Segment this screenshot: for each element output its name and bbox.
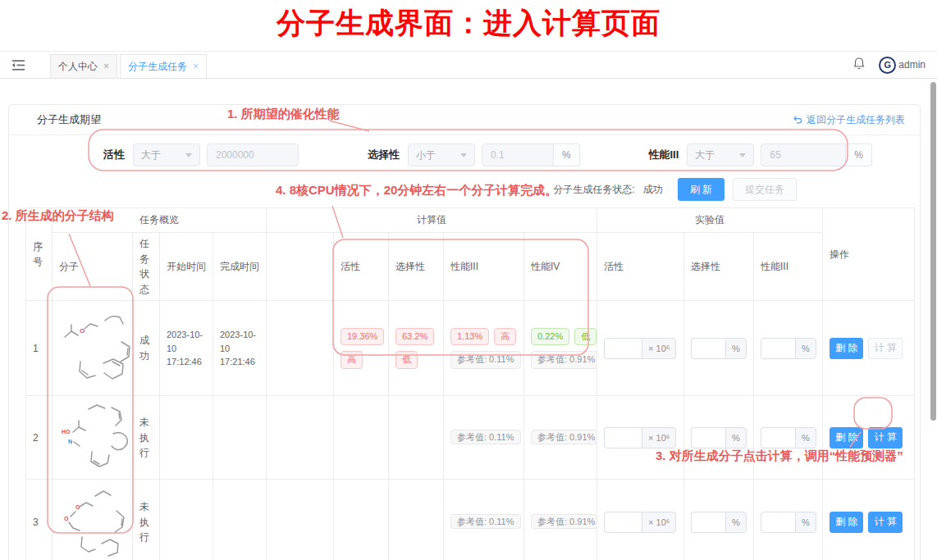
selectivity-operator-select[interactable]: 小于 xyxy=(408,143,475,166)
table-sub-header-row: 分子 任务状态 开始时间 完成时间 活性 选择性 性能III 性能IV 活性 选… xyxy=(26,233,915,301)
blank-cell xyxy=(267,480,334,560)
screenshot-root: 分子生成界面：进入计算页面 个人中心 × 分子生成任务 × xyxy=(0,0,937,560)
col-header-computed-perf3: 性能III xyxy=(444,233,524,301)
close-icon[interactable]: × xyxy=(193,61,199,71)
activity-operator-select[interactable]: 大于 xyxy=(133,143,200,166)
annotation-4: 4. 8核CPU情况下，20分钟左右一个分子计算完成。 xyxy=(276,183,557,198)
computed-perf3-cell: 1.13% 高 参考值: 0.11% xyxy=(444,301,524,396)
col-header-exp-activity: 活性 xyxy=(597,233,684,301)
col-header-blank xyxy=(267,233,334,301)
percent-suffix: % xyxy=(795,338,816,359)
molecule-cell: O O xyxy=(53,480,133,560)
col-header-start-time: 开始时间 xyxy=(160,233,213,301)
refresh-button[interactable]: 刷 新 xyxy=(678,178,724,201)
row-start-time xyxy=(160,480,213,560)
row-seq: 3 xyxy=(26,480,53,560)
svg-text:O: O xyxy=(64,516,69,521)
svg-text:N: N xyxy=(68,439,72,444)
computed-perf4-cell: 0.22% 低 参考值: 0.91% xyxy=(524,301,597,396)
exp-activity-input[interactable] xyxy=(604,512,642,533)
percent-suffix: % xyxy=(725,512,747,533)
exp-selectivity-input[interactable] xyxy=(691,512,725,533)
submit-task-button[interactable]: 提交任务 xyxy=(733,178,797,201)
chevron-down-icon xyxy=(460,153,467,157)
calc-button[interactable]: 计 算 xyxy=(868,512,902,533)
molecule-cell: O xyxy=(53,301,133,396)
col-header-computed-selectivity: 选择性 xyxy=(389,233,444,301)
percent-unit: % xyxy=(846,143,872,166)
percent-suffix: % xyxy=(795,512,816,533)
col-header-computed-activity: 活性 xyxy=(334,233,389,301)
exp-activity-cell: × 10⁶ xyxy=(597,396,684,480)
actions-cell: 删 除 计 算 xyxy=(823,396,915,480)
field-perf3: 性能III 大于 65 % xyxy=(648,143,872,166)
vertical-scrollbar[interactable] xyxy=(930,82,936,421)
exp-perf3-cell: % xyxy=(754,480,823,560)
field-label: 性能III xyxy=(648,148,679,162)
calc-button[interactable]: 计 算 xyxy=(868,427,902,448)
exp-perf3-input[interactable] xyxy=(761,338,795,359)
user-menu[interactable]: G admin xyxy=(879,57,926,74)
selectivity-level-tag: 低 xyxy=(395,351,418,368)
row-end-time xyxy=(213,396,267,480)
molecule-table: 序号 任务概览 计算值 实验值 操作 分子 任务状态 开始时间 完成时间 活性 … xyxy=(25,207,915,560)
percent-suffix: % xyxy=(725,338,747,359)
perf3-operator-select[interactable]: 大于 xyxy=(687,143,754,166)
perf3-value-input[interactable]: 65 xyxy=(761,143,846,166)
computed-perf3-cell: 参考值: 0.11% xyxy=(444,480,524,560)
tabbar-right: G admin xyxy=(852,57,926,74)
section-title: 分子生成期望 xyxy=(37,112,101,127)
chevron-down-icon xyxy=(739,153,746,157)
exp-activity-input[interactable] xyxy=(604,427,642,448)
perf4-reference-tag: 参考值: 0.91% xyxy=(531,514,597,529)
computed-selectivity-cell: 63.2% 低 xyxy=(389,301,444,396)
activity-unit-suffix: × 10⁶ xyxy=(642,512,676,533)
exp-perf3-input[interactable] xyxy=(761,512,795,533)
molecule-cell: HO N xyxy=(53,396,133,480)
exp-activity-input[interactable] xyxy=(604,338,642,359)
delete-button[interactable]: 删 除 xyxy=(830,512,863,533)
computed-selectivity-cell xyxy=(389,480,444,560)
actions-cell: 删 除 计 算 xyxy=(823,480,915,560)
percent-unit: % xyxy=(554,143,580,166)
sidebar-collapse-icon[interactable] xyxy=(11,59,25,71)
delete-button[interactable]: 删 除 xyxy=(830,427,863,448)
calc-button[interactable]: 计 算 xyxy=(868,338,902,359)
bell-icon[interactable] xyxy=(852,57,866,74)
computed-activity-cell: 19.36% 高 xyxy=(334,301,389,396)
perf4-level-tag: 低 xyxy=(574,328,596,345)
molecule-structure: O xyxy=(59,306,133,388)
delete-button[interactable]: 删 除 xyxy=(830,338,863,359)
table-row: 3 O O xyxy=(26,480,915,560)
close-icon[interactable]: × xyxy=(103,61,109,71)
activity-value-input[interactable]: 2000000 xyxy=(207,143,299,166)
molecule-generation-card: 分子生成期望 返回分子生成任务列表 活性 大于 2000000 选择性 xyxy=(8,104,921,560)
annotation-3: 3. 对所生成分子点击计算，调用“性能预测器” xyxy=(656,448,903,464)
back-to-task-list-link[interactable]: 返回分子生成任务列表 xyxy=(793,113,905,127)
tab-molecule-generation-task[interactable]: 分子生成任务 × xyxy=(120,54,207,78)
col-header-actions: 操作 xyxy=(823,208,915,301)
activity-unit-suffix: × 10⁶ xyxy=(642,427,676,448)
table-row: 1 O xyxy=(26,301,915,396)
row-end-time: 2023-10-10 17:21:46 xyxy=(213,301,267,396)
computed-perf4-cell: 参考值: 0.91% xyxy=(524,396,597,480)
tab-personal-center[interactable]: 个人中心 × xyxy=(50,54,117,78)
col-header-exp-selectivity: 选择性 xyxy=(684,233,754,301)
perf3-reference-tag: 参考值: 0.11% xyxy=(450,351,521,368)
expectation-form: 活性 大于 2000000 选择性 小于 0.1 % 性能III xyxy=(9,142,920,168)
col-header-exp-perf3: 性能III xyxy=(754,233,823,301)
exp-perf3-cell: % xyxy=(754,396,823,480)
selectivity-value-input[interactable]: 0.1 xyxy=(482,143,554,166)
field-activity: 活性 大于 2000000 xyxy=(103,143,299,166)
exp-selectivity-input[interactable] xyxy=(691,338,725,359)
svg-text:O: O xyxy=(80,327,85,335)
tab-label: 分子生成任务 xyxy=(128,60,187,74)
perf4-reference-tag: 参考值: 0.91% xyxy=(531,430,597,444)
activity-unit-suffix: × 10⁶ xyxy=(642,338,676,359)
perf4-reference-tag: 参考值: 0.91% xyxy=(531,351,597,368)
exp-selectivity-input[interactable] xyxy=(691,427,725,448)
exp-perf3-input[interactable] xyxy=(761,427,795,448)
row-seq: 2 xyxy=(26,396,53,480)
svg-text:O: O xyxy=(75,504,80,510)
field-label: 活性 xyxy=(103,148,125,162)
